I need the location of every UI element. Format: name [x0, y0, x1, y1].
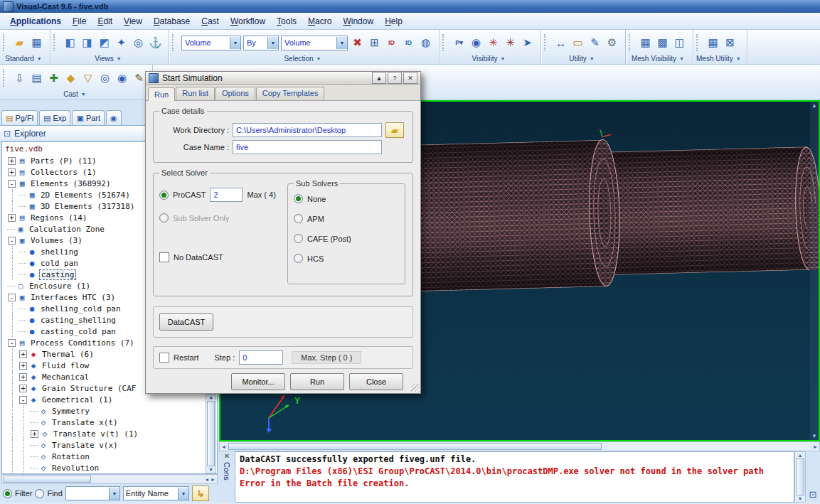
select-id-blue-icon[interactable]: ID: [401, 36, 416, 50]
work-directory-field[interactable]: C:\Users\Administrator\Desktop: [233, 123, 382, 137]
anchor-icon[interactable]: ⚓: [148, 36, 163, 50]
eye-icon[interactable]: ◉: [469, 36, 484, 50]
expand-icon[interactable]: +: [31, 430, 38, 438]
selection-by-dropdown[interactable]: By▼: [243, 36, 279, 50]
console-tab[interactable]: Cons: [223, 462, 231, 481]
toolbar-label-mesh-utility[interactable]: Mesh Utility▼: [696, 54, 741, 63]
menu-macro[interactable]: Macro: [302, 15, 337, 28]
tree-item-rotation[interactable]: ◇Rotation: [2, 451, 217, 462]
find-radio[interactable]: [35, 489, 44, 498]
expand-icon[interactable]: +: [8, 157, 16, 165]
edit-cast-icon[interactable]: ✎: [132, 70, 147, 85]
menu-tools[interactable]: Tools: [271, 15, 302, 28]
collapse-icon[interactable]: -: [8, 339, 16, 347]
menu-edit[interactable]: Edit: [92, 15, 118, 28]
clear-selection-icon[interactable]: ✖: [350, 36, 365, 50]
step-input[interactable]: 0: [239, 350, 283, 365]
select-all-icon[interactable]: ⊞: [367, 36, 382, 50]
open-folder-icon[interactable]: ▰: [12, 36, 27, 50]
tree-scroll-down-icon[interactable]: ▼: [209, 467, 212, 473]
pointer-icon[interactable]: ➤: [520, 36, 535, 50]
view-wireframe-icon[interactable]: ◩: [97, 36, 112, 50]
subsolver-radio-hcs[interactable]: [294, 254, 303, 263]
volume-mesh-icon[interactable]: ▩: [655, 36, 670, 50]
expand-icon[interactable]: +: [8, 214, 16, 222]
viewport-hscroll-thumb[interactable]: [228, 443, 602, 450]
filter-funnel-icon[interactable]: ▽: [80, 70, 95, 85]
toolbar-grip[interactable]: [53, 34, 58, 51]
explorer-tab-extra[interactable]: ◉: [106, 110, 122, 125]
entity-name-dropdown[interactable]: Entity Name▼: [123, 486, 189, 500]
menu-file[interactable]: File: [67, 15, 92, 28]
mesh-info-icon[interactable]: ⊠: [723, 36, 738, 50]
case-name-field[interactable]: five: [233, 140, 382, 154]
menu-workflow[interactable]: Workflow: [225, 15, 271, 28]
no-datacast-checkbox[interactable]: [159, 252, 169, 262]
menu-window[interactable]: Window: [337, 15, 379, 28]
monitor-button[interactable]: Monitor...: [231, 373, 285, 390]
show-entities-icon[interactable]: ✳: [486, 36, 501, 50]
restart-checkbox[interactable]: [159, 353, 169, 363]
view-shaded-icon[interactable]: ◨: [80, 36, 95, 50]
tree-item-symmetry[interactable]: ◇Symmetry: [2, 405, 217, 417]
dialog-tab-run[interactable]: Run: [148, 87, 175, 101]
gear-icon[interactable]: ⚙: [605, 36, 619, 50]
toolbar-grip[interactable]: [172, 34, 176, 51]
run-button[interactable]: Run: [290, 373, 344, 390]
console-scroll-up-icon[interactable]: ▲: [798, 453, 803, 458]
browse-directory-button[interactable]: ▰: [385, 122, 404, 138]
dialog-tab-options[interactable]: Options: [215, 87, 255, 100]
expand-icon[interactable]: +: [19, 385, 27, 392]
viewport-vscrollbar[interactable]: ▲ ▼: [810, 102, 819, 440]
view-solid-icon[interactable]: ◧: [63, 36, 78, 50]
subsolver-radio-none[interactable]: [294, 194, 303, 203]
viewport-scroll-left-icon[interactable]: ◄: [220, 444, 228, 449]
tree-scroll-left-icon[interactable]: ◄: [204, 477, 209, 482]
selection-entity-dropdown[interactable]: Volume▼: [181, 36, 241, 50]
view-rotate-icon[interactable]: ✦: [114, 36, 129, 50]
selection-target-dropdown[interactable]: Volume▼: [281, 36, 348, 50]
apply-filter-button[interactable]: ↳: [192, 486, 209, 501]
tree-item-translate-v-x[interactable]: ◇Translate v(x): [2, 439, 217, 451]
subsolver-radio-cafe-post[interactable]: [294, 234, 303, 243]
toolbar-label-visibility[interactable]: Visibility▼: [442, 54, 535, 63]
toolbar-grip[interactable]: [696, 34, 701, 51]
console-vscroll-thumb[interactable]: [796, 459, 804, 495]
surface-mesh-icon[interactable]: ▦: [638, 36, 653, 50]
collapse-icon[interactable]: -: [8, 180, 16, 188]
dialog-tab-copy-templates[interactable]: Copy Templates: [256, 87, 325, 100]
procast-radio[interactable]: [159, 191, 169, 200]
pick-visibility-icon[interactable]: P▾: [452, 36, 467, 50]
dialog-titlebar[interactable]: Start Simulation ▲ ? ✕: [146, 72, 420, 85]
eye-cast-icon[interactable]: ◉: [115, 70, 129, 85]
toolbar-label-mesh-visibility[interactable]: Mesh Visibility▼: [629, 54, 687, 63]
expand-icon[interactable]: +: [19, 373, 27, 381]
material-icon[interactable]: ◆: [63, 70, 78, 85]
menu-database[interactable]: Database: [148, 15, 196, 28]
viewport-scroll-right-icon[interactable]: ►: [811, 444, 819, 449]
console-close-icon[interactable]: ✕: [224, 453, 230, 460]
collapse-icon[interactable]: -: [8, 237, 16, 245]
dialog-tab-run-list[interactable]: Run list: [176, 87, 215, 100]
zoom-icon[interactable]: ◎: [131, 36, 146, 50]
explorer-tab-part[interactable]: ▣Part: [72, 110, 105, 125]
viewport-hscrollbar[interactable]: ◄ ►: [219, 441, 820, 451]
expand-icon[interactable]: +: [8, 168, 16, 176]
viewport-scroll-down-icon[interactable]: ▼: [811, 433, 817, 439]
dialog-float-button[interactable]: ▲: [372, 72, 386, 84]
menu-help[interactable]: Help: [379, 15, 408, 28]
expand-icon[interactable]: +: [19, 362, 27, 370]
toolbar-grip[interactable]: [3, 69, 7, 87]
dialog-help-button[interactable]: ?: [388, 72, 402, 84]
measure-icon[interactable]: ↔: [553, 36, 568, 50]
hide-entities-icon[interactable]: ✳: [503, 36, 518, 50]
ruler-icon[interactable]: ▭: [570, 36, 585, 50]
filter-value-dropdown[interactable]: ▼: [65, 486, 120, 500]
console-vscrollbar[interactable]: ▲ ▼: [794, 451, 806, 503]
console-output[interactable]: DataCAST successfully exported fiveg.unf…: [235, 451, 794, 503]
tree-scroll-right-icon[interactable]: ►: [211, 477, 215, 482]
tree-hscrollbar[interactable]: ◄ ►: [1, 474, 218, 484]
check-mesh-icon[interactable]: ▦: [705, 36, 720, 50]
toolbar-label-standard[interactable]: Standard▼: [3, 54, 44, 63]
tree-vscroll-thumb[interactable]: [207, 401, 215, 466]
